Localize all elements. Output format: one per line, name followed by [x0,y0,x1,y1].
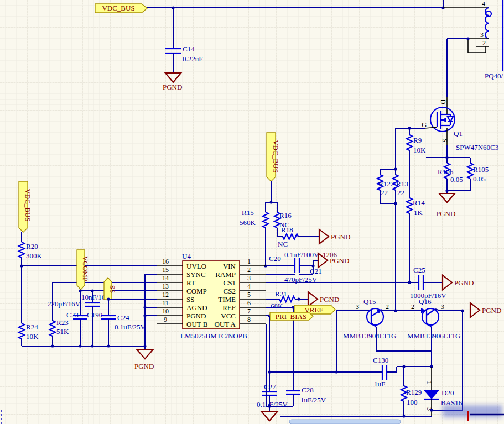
c14-designator[interactable]: C14 [183,45,195,53]
r18-value[interactable]: NC [278,240,288,248]
u4-pin6-number: 6 [247,299,251,307]
r14-value[interactable]: 1K [414,208,423,217]
port-pri-bias-label[interactable]: PRI_BIAS [276,312,306,321]
c28-value[interactable]: 1uF/25V [300,396,326,404]
xfmr-pin4-number: 4 [482,0,485,8]
xfmr-pin2-number: 2 [482,39,486,47]
u4-designator[interactable]: U4 [182,252,191,260]
r23-designator[interactable]: R23 [56,318,69,327]
port-vdc-bus-left-label[interactable]: VDC_BUS [24,189,32,221]
u4-pin11-name: AGND [186,303,207,312]
u4-pin9-number: 9 [164,316,167,323]
r106-designator[interactable]: R106 [438,167,454,176]
schematic-sheet: VDC_BUS C14 0.22uF PGND 4 3 2 PQ40/ D [0,0,504,424]
c21-designator[interactable]: C21 [310,267,322,275]
q15-designator[interactable]: Q15 [363,297,376,306]
c27-value[interactable]: 0.1uF/25V [257,400,288,409]
c130-value[interactable]: 1uF [374,380,385,388]
r18-designator[interactable]: R18 [281,226,293,234]
port-vcomp-label[interactable]: VCOMP [81,256,90,281]
pgnd-label-q16: PGND [482,306,501,315]
q15-pin-right-number: 2 [386,303,389,311]
r106-value[interactable]: 0.05 [450,175,463,184]
r129-designator[interactable]: R129 [406,388,422,396]
c14-value[interactable]: 0.22uF [183,55,202,63]
r9-designator[interactable]: R9 [413,136,422,144]
c23-value[interactable]: 220pF/16V [48,300,81,308]
u4-pin11-number: 11 [162,299,169,307]
q15-part[interactable]: MMBT3904LT1G [343,332,396,340]
c24-designator[interactable]: C24 [117,313,129,322]
r122-value[interactable]: 22 [381,189,388,197]
d20-designator[interactable]: D20 [441,389,454,397]
r13-designator[interactable]: R13 [396,180,408,188]
r21-designator[interactable]: R21 [275,290,287,298]
u4-pin1-name: VIN [223,262,236,270]
u4-pin10-number: 10 [162,307,169,315]
pgnd-label-sense: PGND [436,210,455,218]
c25-designator[interactable]: C25 [413,266,425,274]
q16-designator[interactable]: Q16 [419,297,432,306]
c24-value[interactable]: 0.1uF/25V [115,323,146,331]
pgnd-label-r21: PGND [320,295,339,303]
q16-part[interactable]: MMBT3906LT1G [407,332,460,340]
r16-designator[interactable]: R16 [279,211,292,219]
r9-value[interactable]: 10K [413,146,426,154]
u4-pin5-number: 5 [247,291,251,299]
xfmr-part[interactable]: PQ40/ [485,72,503,80]
r105-designator[interactable]: R105 [473,165,489,174]
port-vdc-bus-center-label[interactable]: VDC_BUS [272,140,280,172]
c28-designator[interactable]: C28 [302,386,314,394]
u4-pin6-name: REF [222,303,236,312]
u4-pin8-name: OUT A [215,320,236,328]
u4-pin2-number: 2 [247,266,251,274]
blurred-region [443,405,502,417]
q1-terminal-d: D [439,100,447,104]
u4-pin14-name: RT [186,279,195,287]
q1-terminal-g: G [422,121,427,129]
u4-pin9-name: OUT B [186,320,208,328]
u4-pin12-name: SS [186,295,194,303]
r20-designator[interactable]: R20 [26,242,38,250]
u4-pin3-number: 3 [247,274,251,282]
horizontal-scrollbar-thumb[interactable] [289,420,401,424]
r13-value[interactable]: 22 [397,189,404,197]
u4-pin7-name: VCC [221,312,236,320]
r105-value[interactable]: 0.05 [473,175,486,183]
u4-pin8-number: 8 [247,316,251,323]
q1-designator[interactable]: Q1 [454,129,463,138]
pgnd-label-c25: PGND [454,279,474,287]
r21-value[interactable]: 68K [271,302,283,310]
r15-designator[interactable]: R15 [242,208,254,217]
u4-pin3-name: CS1 [224,279,236,287]
u4-pin4-number: 4 [247,282,251,290]
pgnd-label-u4: PGND [134,362,154,370]
r129-value[interactable]: 100 [407,398,418,406]
r15-value[interactable]: 560K [240,218,256,227]
q1-part[interactable]: SPW47N60C3 [456,143,498,151]
port-vdc-bus-top-label[interactable]: VDC_BUS [102,4,134,12]
c20-value[interactable]: 0.1uF/100V [284,250,319,259]
u4-pin14-number: 14 [162,274,169,282]
u4-part[interactable]: LM5025BMTC/NOPB [180,332,247,340]
r23-value[interactable]: 51K [56,327,69,336]
u4-pin5-name: TIME [218,295,236,303]
r24-designator[interactable]: R24 [26,323,38,331]
c190-designator[interactable]: C190 [87,311,102,319]
pgnd-label-c14: PGND [163,83,182,91]
port-ss-label[interactable]: SS [108,285,117,293]
c20-package[interactable]: 1206 [323,250,337,259]
u4-pin13-name: COMP [186,287,207,295]
c20-designator[interactable]: C20 [269,254,281,263]
u4-pin12-number: 12 [162,291,169,299]
r24-value[interactable]: 10K [26,332,39,341]
u4-pin4-name: CS2 [224,287,236,295]
c130-designator[interactable]: C130 [373,356,388,364]
u4-pin10-name: PGND [186,312,206,320]
r20-value[interactable]: 300K [26,252,43,260]
u4-pin15-name: SYNC [186,270,206,279]
r14-designator[interactable]: R14 [413,198,425,207]
u4-pin13-number: 13 [162,282,169,290]
q1-terminal-s: S [441,139,449,143]
c23-designator[interactable]: C23 [66,311,79,319]
